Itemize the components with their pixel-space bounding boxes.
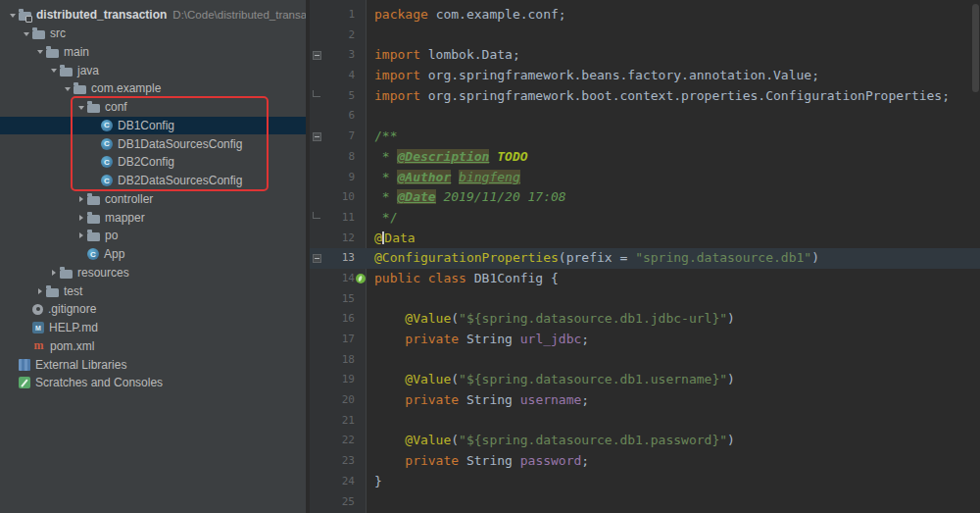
editor-line-22[interactable]: 22 @Value("${spring.datasource.db1.passw…	[310, 431, 980, 451]
tree-item-external-libraries[interactable]: External Libraries	[0, 355, 306, 374]
chevron-down-icon[interactable]	[33, 43, 46, 62]
code-token: private	[405, 332, 466, 346]
code-token: org.springframework.beans.factory.annota…	[428, 68, 819, 82]
editor-line-14[interactable]: 14public class DB1Config {	[310, 269, 980, 289]
line-number: 14	[319, 269, 355, 289]
tree-item-label: DB1Config	[118, 119, 174, 132]
editor-lines: 1package com.example.conf;23import lombo…	[310, 5, 980, 512]
editor-scrollbar[interactable]	[972, 4, 979, 92]
code-token	[451, 170, 459, 184]
spring-bean-icon[interactable]	[356, 274, 366, 283]
tree-item-po[interactable]: po	[0, 227, 306, 245]
line-number: 5	[319, 86, 355, 107]
project-tree: distributed_transactionD:\Code\distribut…	[0, 6, 306, 392]
code-text: */	[310, 208, 980, 229]
chevron-right-icon[interactable]	[74, 208, 87, 227]
editor-line-4[interactable]: 4import org.springframework.beans.factor…	[310, 66, 980, 86]
indent-spacer	[74, 245, 87, 264]
tree-item-controller[interactable]: controller	[0, 190, 306, 209]
tree-item-db1datasourcesconfig[interactable]: CDB1DataSourcesConfig	[0, 134, 306, 153]
tree-item-mapper[interactable]: mapper	[0, 208, 306, 227]
editor-line-2[interactable]: 2	[310, 26, 980, 46]
chevron-down-icon[interactable]	[47, 61, 60, 79]
editor-line-5[interactable]: 5import org.springframework.boot.context…	[310, 86, 980, 107]
code-text: @ConfigurationProperties(prefix = "sprin…	[310, 248, 980, 269]
code-token: ;	[581, 332, 589, 346]
tree-item-app[interactable]: CApp	[0, 245, 306, 264]
code-token: "${spring.datasource.db1.password}"	[459, 433, 727, 447]
indent-spacer	[6, 355, 19, 374]
line-number: 22	[319, 431, 355, 451]
line-number: 12	[319, 229, 355, 249]
chevron-down-icon[interactable]	[20, 25, 32, 43]
indent-spacer	[88, 117, 101, 135]
project-folder-icon	[19, 12, 31, 21]
editor-line-20[interactable]: 20 private String username;	[310, 390, 980, 411]
chevron-right-icon[interactable]	[47, 264, 60, 282]
editor-line-18[interactable]: 18	[310, 350, 980, 371]
editor-line-10[interactable]: 10 * @Date 2019/11/20 17:08	[310, 187, 980, 208]
code-token: private	[405, 453, 466, 468]
code-token: *	[374, 170, 397, 184]
chevron-right-icon[interactable]	[74, 190, 87, 209]
tree-item-main[interactable]: main	[0, 43, 306, 62]
tree-item-db1config[interactable]: CDB1Config	[0, 117, 306, 135]
tree-item-test[interactable]: test	[0, 282, 306, 300]
code-editor[interactable]: 1package com.example.conf;23import lombo…	[310, 0, 980, 513]
tree-item-distributed-transaction[interactable]: distributed_transactionD:\Code\distribut…	[0, 6, 306, 25]
tree-item-label: External Libraries	[35, 358, 126, 372]
indent-spacer	[20, 300, 32, 319]
tree-item-pom-xml[interactable]: mpom.xml	[0, 337, 306, 356]
tree-item-java[interactable]: java	[0, 61, 306, 79]
editor-line-1[interactable]: 1package com.example.conf;	[310, 5, 980, 26]
editor-line-24[interactable]: 24}	[310, 472, 980, 492]
editor-line-7[interactable]: 7/**	[310, 127, 980, 147]
editor-line-17[interactable]: 17 private String url_jdbc;	[310, 330, 980, 350]
chevron-right-icon[interactable]	[33, 282, 46, 300]
tree-item-db2datasourcesconfig[interactable]: CDB2DataSourcesConfig	[0, 172, 306, 190]
editor-line-13[interactable]: 13@ConfigurationProperties(prefix = "spr…	[310, 248, 980, 269]
code-text: @Value("${spring.datasource.db1.password…	[310, 431, 980, 451]
editor-line-9[interactable]: 9 * @Author bingfeng	[310, 168, 980, 188]
editor-line-16[interactable]: 16 @Value("${spring.datasource.db1.jdbc-…	[310, 309, 980, 330]
tree-item-src[interactable]: src	[0, 25, 306, 43]
code-token: username	[520, 392, 582, 407]
chevron-down-icon[interactable]	[6, 6, 19, 25]
editor-line-12[interactable]: 12@Data	[310, 229, 980, 249]
line-number: 7	[319, 127, 355, 147]
editor-line-11[interactable]: 11 */	[310, 208, 980, 229]
editor-line-19[interactable]: 19 @Value("${spring.datasource.db1.usern…	[310, 370, 980, 390]
folder-icon	[46, 49, 59, 58]
libraries-icon	[19, 359, 30, 371]
editor-line-3[interactable]: 3import lombok.Data;	[310, 45, 980, 66]
tree-item-resources[interactable]: resources	[0, 264, 306, 282]
project-tree-panel: distributed_transactionD:\Code\distribut…	[0, 0, 306, 513]
editor-line-6[interactable]: 6	[310, 106, 980, 127]
tree-item-gitignore[interactable]: .gitignore	[0, 300, 306, 319]
chevron-right-icon[interactable]	[74, 227, 87, 245]
line-number: 17	[319, 330, 355, 350]
tree-item-conf[interactable]: conf	[0, 98, 306, 117]
tree-item-label: po	[105, 229, 118, 242]
tree-item-help-md[interactable]: MHELP.md	[0, 319, 306, 337]
resources-folder-icon	[60, 270, 73, 279]
chevron-down-icon[interactable]	[61, 79, 74, 98]
tree-item-db2config[interactable]: CDB2Config	[0, 153, 306, 172]
editor-line-23[interactable]: 23 private String password;	[310, 451, 980, 472]
tree-item-com-example[interactable]: com.example	[0, 79, 306, 98]
code-token: lombok.Data;	[428, 47, 520, 62]
tree-item-label: App	[104, 247, 124, 261]
code-text: import org.springframework.beans.factory…	[310, 66, 980, 86]
editor-line-21[interactable]: 21	[310, 411, 980, 432]
line-number: 25	[319, 492, 355, 513]
editor-line-25[interactable]: 25	[310, 492, 980, 513]
line-number: 4	[319, 66, 355, 86]
package-icon	[87, 104, 100, 113]
editor-line-8[interactable]: 8 * @Description TODO	[310, 147, 980, 168]
line-number: 16	[319, 309, 355, 330]
code-token: 2019/11/20 17:08	[443, 189, 565, 204]
editor-line-15[interactable]: 15	[310, 289, 980, 310]
tree-item-scratches-and-consoles[interactable]: Scratches and Consoles	[0, 374, 306, 392]
code-text: private String username;	[310, 390, 980, 411]
chevron-down-icon[interactable]	[74, 98, 87, 117]
